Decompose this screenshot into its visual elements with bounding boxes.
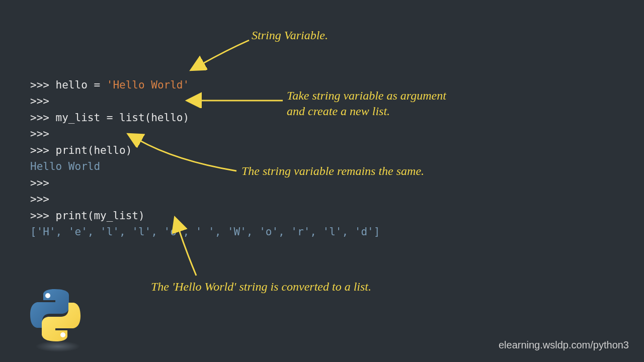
prompt-7: >>>: [30, 177, 49, 189]
annotation-converted: The 'Hello World' string is converted to…: [151, 279, 371, 295]
prompt-8: >>>: [30, 193, 49, 205]
code-block: >>> hello = 'Hello World' >>> >>> my_lis…: [30, 60, 380, 240]
annotation-string-variable: String Variable.: [252, 28, 328, 43]
string-literal: 'Hello World': [107, 79, 189, 91]
code-assign-list: >>> my_list = list(hello): [30, 112, 189, 124]
python-logo-icon: [28, 288, 83, 343]
code-print-list: >>> print(my_list): [30, 210, 145, 222]
annotation-list-argument: Take string variable as argument and cre…: [287, 88, 446, 119]
output-hello: Hello World: [30, 160, 100, 172]
output-list: ['H', 'e', 'l', 'l', 'o', ' ', 'W', 'o',…: [30, 226, 380, 238]
prompt-1: >>>: [30, 79, 56, 91]
annotation-line2: and create a new list.: [287, 105, 390, 118]
annotation-line1: Take string variable as argument: [287, 89, 446, 102]
svg-point-1: [45, 293, 50, 298]
svg-point-2: [60, 332, 65, 337]
annotation-remains-same: The string variable remains the same.: [242, 163, 424, 179]
logo-shadow: [35, 341, 80, 352]
prompt-2: >>>: [30, 95, 49, 107]
python-logo: [28, 288, 88, 353]
prompt-4: >>>: [30, 128, 49, 140]
code-assign-hello: hello =: [56, 79, 107, 91]
code-print-hello: >>> print(hello): [30, 144, 132, 156]
footer-url: elearning.wsldp.com/python3: [499, 339, 629, 351]
